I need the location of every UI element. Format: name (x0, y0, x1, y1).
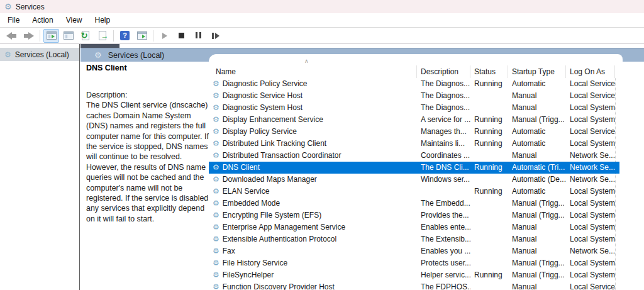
service-status-cell: Running (470, 126, 508, 138)
table-row[interactable]: ⚙FileSyncHelperHelper servic...RunningMa… (209, 269, 619, 281)
table-row[interactable]: ⚙Display Policy ServiceManages th...Runn… (209, 126, 619, 138)
service-log-on-as-cell: Local System (566, 221, 615, 233)
service-status-cell: Running (470, 114, 508, 126)
table-row[interactable]: ⚙ELAN ServiceRunningAutomaticLocal Syste… (209, 186, 619, 198)
service-description-cell: Maintains li... (417, 138, 470, 150)
service-log-on-as-cell: Local System (566, 198, 615, 209)
table-row[interactable]: ⚙Enterprise App Management ServiceEnable… (209, 221, 619, 233)
menu-view[interactable]: View (60, 14, 89, 27)
column-header-description[interactable]: Description (417, 65, 470, 78)
service-description-cell: Manages th... (417, 126, 470, 138)
service-startup-type-cell: Manual (508, 150, 566, 162)
service-name-cell: ⚙FileSyncHelper (209, 269, 417, 281)
help-button[interactable]: ? (117, 29, 133, 43)
table-row[interactable]: ⚙Display Enhancement ServiceA service fo… (209, 114, 619, 126)
sidebar-item-services-local[interactable]: ⚙ Services (Local) (0, 48, 79, 61)
titlebar: ⚙ Services (0, 0, 644, 13)
forward-button[interactable] (21, 29, 36, 43)
back-button[interactable] (4, 29, 19, 43)
service-description-cell: The FDPHOS... (417, 281, 470, 290)
service-name: Fax (223, 247, 235, 255)
properties-button[interactable] (60, 29, 76, 43)
service-log-on-as-cell: Local System (566, 257, 615, 269)
service-log-on-as-cell: Local System (566, 233, 615, 245)
table-row[interactable]: ⚙FaxEnables you ...ManualNetwork Se... (209, 245, 619, 257)
table-row[interactable]: ⚙Distributed Transaction CoordinatorCoor… (209, 150, 619, 162)
service-log-on-as-cell: Local Service (566, 90, 615, 102)
service-startup-type-cell: Manual (508, 233, 566, 245)
service-gear-icon: ⚙ (213, 115, 219, 124)
table-row[interactable]: ⚙Downloaded Maps ManagerWindows ser...Au… (209, 174, 619, 186)
table-row[interactable]: ⚙Function Discovery Provider HostThe FDP… (209, 281, 619, 290)
menu-file[interactable]: File (1, 14, 26, 27)
restart-service-button[interactable] (208, 29, 223, 43)
service-gear-icon: ⚙ (213, 175, 219, 184)
service-log-on-as-cell: Local System (566, 186, 615, 198)
column-header-status[interactable]: Status (470, 65, 508, 78)
service-description-cell: Helper servic... (417, 269, 470, 281)
service-log-on-as-cell: Network Se... (566, 245, 615, 257)
table-row[interactable]: ⚙Diagnostic System HostThe Diagnos...Man… (209, 102, 619, 114)
table-row[interactable]: ⚙Embedded ModeThe Embedd...Manual (Trigg… (209, 198, 619, 209)
table-row[interactable]: ⚙DNS ClientThe DNS Cli...RunningAutomati… (209, 162, 619, 174)
column-header-name[interactable]: Name (209, 65, 417, 78)
service-description-cell: Provides the... (417, 209, 470, 221)
service-name-cell: ⚙DNS Client (209, 162, 417, 174)
service-status-cell: Running (470, 78, 508, 90)
table-row[interactable]: ⚙Diagnostic Policy ServiceThe Diagnos...… (209, 78, 619, 90)
toolbar-separator (153, 30, 153, 42)
service-startup-type-cell: Manual (508, 281, 566, 290)
show-action-pane-button[interactable] (134, 29, 150, 43)
service-status-cell (470, 198, 508, 209)
menubar: FileActionViewHelp (0, 13, 644, 28)
column-header-log-on-as[interactable]: Log On As (566, 65, 615, 78)
service-status-cell (470, 245, 508, 257)
service-log-on-as-cell: Local System (566, 114, 615, 126)
refresh-button[interactable]: ↻ (77, 29, 93, 43)
service-description-cell: Protects user... (417, 257, 470, 269)
services-table-body: ⚙Diagnostic Policy ServiceThe Diagnos...… (209, 78, 623, 290)
description-label: Description: (86, 90, 216, 100)
service-description-cell: Coordinates ... (417, 150, 470, 162)
service-name: Diagnostic Policy Service (223, 79, 308, 88)
service-startup-type-cell: Automatic (508, 78, 566, 90)
table-row[interactable]: ⚙File History ServiceProtects user...Man… (209, 257, 619, 269)
service-name: Display Enhancement Service (223, 115, 323, 124)
service-description-cell: A service for ... (417, 114, 470, 126)
menu-help[interactable]: Help (89, 14, 117, 27)
menu-action[interactable]: Action (26, 14, 59, 27)
export-list-button[interactable]: → (94, 29, 110, 43)
services-gear-icon: ⚙ (94, 50, 102, 60)
service-log-on-as-cell: Network Se... (566, 174, 615, 186)
console-tree-icon (47, 31, 57, 40)
table-row[interactable]: ⚙Encrypting File System (EFS)Provides th… (209, 209, 619, 221)
table-row[interactable]: ⚙Extensible Authentication ProtocolThe E… (209, 233, 619, 245)
service-startup-type-cell: Manual (Trigg... (508, 209, 566, 221)
properties-icon (64, 31, 74, 40)
show-console-tree-button[interactable] (43, 29, 59, 43)
stop-service-button[interactable] (174, 29, 189, 43)
service-name-cell: ⚙Display Enhancement Service (209, 114, 417, 126)
service-name: Diagnostic System Host (223, 103, 303, 112)
service-name-cell: ⚙Distributed Transaction Coordinator (209, 150, 417, 162)
services-gear-icon: ⚙ (4, 50, 11, 59)
service-name: Extensible Authentication Protocol (223, 235, 336, 243)
service-gear-icon: ⚙ (213, 247, 219, 255)
service-gear-icon: ⚙ (213, 223, 219, 231)
service-status-cell (470, 221, 508, 233)
start-icon (162, 33, 167, 39)
start-service-button[interactable] (157, 29, 172, 43)
pause-service-button[interactable] (191, 29, 206, 43)
service-gear-icon: ⚙ (213, 211, 219, 220)
service-log-on-as-cell: Local System (566, 269, 615, 281)
service-description-cell: Enables ente... (417, 221, 470, 233)
service-startup-type-cell: Manual (508, 221, 566, 233)
service-name: Distributed Link Tracking Client (223, 139, 326, 148)
pane-header-label: Services (Local) (108, 51, 165, 60)
column-header-startup-type[interactable]: Startup Type (508, 65, 566, 78)
table-row[interactable]: ⚙Distributed Link Tracking ClientMaintai… (209, 138, 619, 150)
service-status-cell (470, 233, 508, 245)
service-status-cell (470, 174, 508, 186)
service-gear-icon: ⚙ (213, 259, 219, 267)
table-row[interactable]: ⚙Diagnostic Service HostThe Diagnos...Ma… (209, 90, 619, 102)
